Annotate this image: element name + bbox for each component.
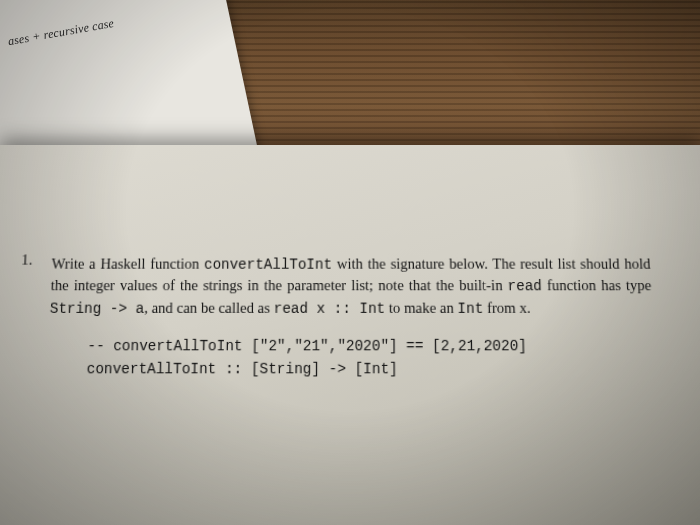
code-comment-line: -- convertAllToInt ["2","21","2020"] == … bbox=[87, 338, 527, 355]
function-name-code: convertAllToInt bbox=[204, 256, 332, 272]
read-type-code: String -> a bbox=[50, 300, 145, 317]
read-fn-code: read bbox=[507, 278, 542, 294]
code-block: -- convertAllToInt ["2","21","2020"] == … bbox=[86, 336, 667, 381]
int-code: Int bbox=[457, 300, 483, 317]
main-paper-sheet: 1. Write a Haskell function convertAllTo… bbox=[0, 145, 700, 525]
question-number-label: 1. bbox=[21, 251, 33, 268]
question-prompt: Write a Haskell function convertAllToInt… bbox=[49, 253, 652, 319]
prompt-text: from x. bbox=[483, 299, 531, 316]
prompt-text: Write a Haskell function bbox=[51, 255, 204, 271]
prompt-text: , and can be called as bbox=[144, 299, 274, 316]
back-paper-fragment-text: ases + recursive case bbox=[7, 16, 115, 49]
code-signature-line: convertAllToInt :: [String] -> [Int] bbox=[86, 360, 397, 377]
read-call-code: read x :: Int bbox=[274, 300, 386, 317]
prompt-text: function has type bbox=[542, 277, 652, 293]
prompt-text: to make an bbox=[385, 299, 457, 316]
